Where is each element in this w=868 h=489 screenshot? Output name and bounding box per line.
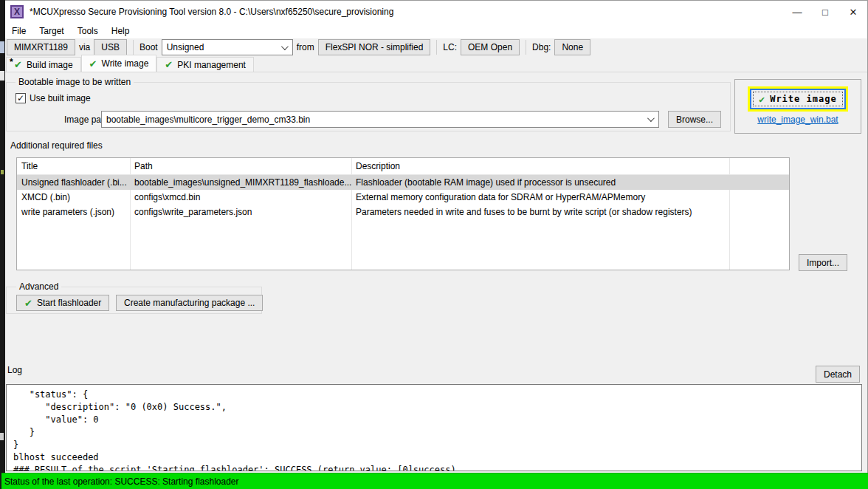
bootable-group-label: Bootable image to be written	[16, 77, 134, 87]
background-window-strip	[0, 0, 5, 489]
advanced-group-label: Advanced	[16, 281, 61, 292]
cell-title: XMCD (.bin)	[17, 192, 130, 202]
close-button[interactable]: ✕	[839, 1, 867, 23]
write-image-button-label: Write image	[770, 94, 836, 104]
menu-target[interactable]: Target	[32, 24, 70, 38]
cell-description: Parameters needed in write and fuses to …	[351, 207, 729, 217]
log-section-label: Log	[7, 365, 22, 375]
start-flashloader-button[interactable]: ✔ Start flashloader	[16, 295, 109, 311]
menu-tools[interactable]: Tools	[71, 24, 105, 38]
lc-label: LC:	[443, 42, 457, 52]
additional-files-table[interactable]: Title Path Description Unsigned flashloa…	[16, 157, 790, 270]
cell-description: Flashloader (bootable RAM image) used if…	[351, 177, 729, 188]
check-icon: ✔	[759, 95, 765, 104]
debug-button[interactable]: None	[554, 39, 590, 55]
cell-path: configs\write_parameters.json	[130, 207, 351, 217]
toolbar-separator	[436, 40, 437, 55]
image-path-value: bootable_images\multicore_trigger_demo_c…	[106, 114, 310, 125]
boot-type-dropdown[interactable]: Unsigned	[162, 39, 293, 55]
cell-description: External memory configuration data for S…	[351, 192, 729, 202]
boot-type-value: Unsigned	[167, 42, 204, 52]
toolbar-separator	[133, 40, 134, 55]
background-fragment	[0, 41, 4, 53]
table-row[interactable]: write parameters (.json) configs\write_p…	[17, 205, 789, 219]
connection-button[interactable]: USB	[94, 39, 127, 55]
write-image-highlight: ✔ Write image	[748, 86, 848, 112]
column-header-title[interactable]: Title	[17, 161, 130, 171]
title-bar: X *MCUXpresso Secure Provisioning Tool v…	[5, 1, 867, 23]
check-icon: ✔	[89, 59, 97, 69]
toolbar-separator	[526, 40, 526, 55]
status-bar-text: Status of the last operation: SUCCESS: S…	[4, 476, 239, 487]
import-button[interactable]: Import...	[799, 254, 847, 271]
window-title: *MCUXpresso Secure Provisioning Tool ver…	[30, 7, 393, 17]
background-fragment	[0, 71, 4, 81]
tab-write-image[interactable]: ✔ Write image	[81, 55, 157, 72]
write-image-script-link[interactable]: write_image_win.bat	[757, 114, 838, 125]
log-output[interactable]: "status": { "description": "0 (0x0) Succ…	[6, 384, 862, 471]
write-image-pane: Bootable image to be written ✓ Use built…	[5, 72, 867, 473]
dirty-marker: *	[10, 57, 13, 67]
tab-bar: * ✔ Build image ✔ Write image ✔ PKI mana…	[5, 56, 867, 72]
app-window: X *MCUXpresso Secure Provisioning Tool v…	[5, 0, 868, 489]
browse-button[interactable]: Browse...	[668, 111, 721, 128]
detach-button[interactable]: Detach	[816, 366, 860, 383]
background-fragment	[1, 170, 4, 174]
status-bar: Status of the last operation: SUCCESS: S…	[1, 473, 868, 489]
use-built-image-row: ✓ Use built image	[16, 93, 91, 103]
tab-build-image[interactable]: * ✔ Build image	[6, 57, 81, 72]
cell-title: Unsigned flashloader (.bi...	[17, 177, 130, 188]
minimize-button[interactable]: —	[783, 1, 811, 23]
chevron-down-icon	[647, 114, 655, 122]
window-controls: — □ ✕	[783, 1, 867, 23]
additional-files-label: Additional required files	[10, 140, 103, 151]
check-icon: ✔	[14, 60, 22, 69]
write-image-focus-frame: ✔ Write image	[750, 89, 846, 109]
background-fragment	[0, 433, 4, 440]
toolbar: MIMXRT1189 via USB Boot Unsigned from Fl…	[5, 38, 867, 56]
from-label: from	[297, 42, 314, 52]
app-icon: X	[10, 5, 24, 18]
maximize-button[interactable]: □	[811, 1, 839, 23]
start-flashloader-label: Start flashloader	[37, 298, 101, 308]
create-manufacturing-package-button[interactable]: Create manufacturing package ...	[116, 295, 263, 311]
cell-title: write parameters (.json)	[17, 207, 130, 217]
life-cycle-button[interactable]: OEM Open	[461, 39, 520, 55]
table-header: Title Path Description	[17, 158, 789, 175]
column-header-path[interactable]: Path	[130, 161, 351, 171]
use-built-image-label: Use built image	[30, 93, 91, 103]
cell-path: bootable_images\unsigned_MIMXRT1189_flas…	[130, 177, 351, 188]
processor-button[interactable]: MIMXRT1189	[7, 39, 75, 55]
cell-path: configs\xmcd.bin	[130, 192, 351, 202]
write-image-panel: ✔ Write image write_image_win.bat	[734, 79, 861, 134]
menu-help[interactable]: Help	[105, 24, 137, 38]
tab-label: Write image	[102, 58, 149, 69]
image-path-combobox[interactable]: bootable_images\multicore_trigger_demo_c…	[101, 111, 659, 128]
use-built-image-checkbox[interactable]: ✓	[16, 93, 26, 103]
column-header-description[interactable]: Description	[351, 161, 729, 171]
boot-label: Boot	[140, 42, 158, 52]
via-label: via	[79, 42, 90, 52]
tab-label: PKI management	[177, 60, 246, 70]
menu-bar: File Target Tools Help	[5, 23, 867, 38]
chevron-down-icon	[281, 43, 289, 50]
screen: X *MCUXpresso Secure Provisioning Tool v…	[0, 0, 868, 489]
menu-file[interactable]: File	[5, 24, 32, 38]
table-row[interactable]: XMCD (.bin) configs\xmcd.bin External me…	[17, 190, 789, 205]
check-icon: ✔	[165, 60, 173, 69]
check-icon: ✔	[24, 298, 32, 308]
dbg-label: Dbg:	[532, 42, 551, 52]
tab-label: Build image	[27, 60, 73, 70]
table-row[interactable]: Unsigned flashloader (.bi... bootable_im…	[17, 175, 789, 190]
write-image-button[interactable]: ✔ Write image	[751, 90, 844, 108]
log-text: "status": { "description": "0 (0x0) Succ…	[13, 389, 855, 471]
boot-memory-button[interactable]: FlexSPI NOR - simplified	[318, 39, 431, 55]
tab-pki-management[interactable]: ✔ PKI management	[156, 57, 254, 72]
